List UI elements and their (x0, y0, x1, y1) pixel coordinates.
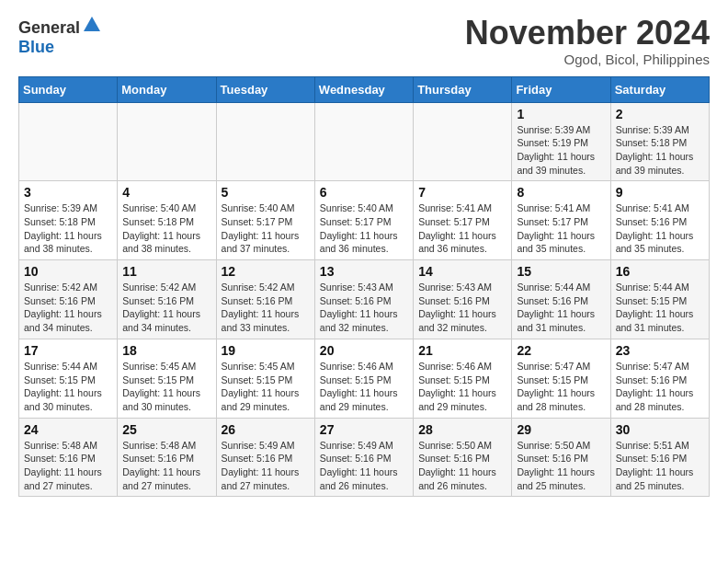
calendar-cell: 25 Sunrise: 5:48 AMSunset: 5:16 PMDaylig… (118, 418, 216, 497)
col-friday: Friday (512, 76, 610, 102)
calendar-cell: 19 Sunrise: 5:45 AMSunset: 5:15 PMDaylig… (216, 339, 314, 418)
calendar-cell: 11 Sunrise: 5:42 AMSunset: 5:16 PMDaylig… (118, 260, 216, 339)
day-info: Sunrise: 5:49 AMSunset: 5:16 PMDaylight:… (320, 440, 398, 491)
day-number: 17 (24, 343, 112, 358)
logo: General Blue (18, 18, 102, 56)
day-info: Sunrise: 5:40 AMSunset: 5:17 PMDaylight:… (222, 202, 300, 254)
day-info: Sunrise: 5:47 AMSunset: 5:15 PMDaylight:… (517, 361, 595, 412)
logo-icon (82, 15, 102, 39)
calendar-header-row: Sunday Monday Tuesday Wednesday Thursday… (19, 76, 710, 102)
day-number: 22 (517, 343, 605, 358)
col-thursday: Thursday (414, 76, 512, 102)
day-info: Sunrise: 5:44 AMSunset: 5:15 PMDaylight:… (616, 282, 694, 333)
day-info: Sunrise: 5:39 AMSunset: 5:19 PMDaylight:… (517, 124, 595, 176)
day-number: 19 (222, 343, 310, 358)
day-info: Sunrise: 5:45 AMSunset: 5:15 PMDaylight:… (222, 361, 300, 412)
calendar-cell: 2 Sunrise: 5:39 AMSunset: 5:18 PMDayligh… (610, 102, 709, 181)
calendar-week-1: 1 Sunrise: 5:39 AMSunset: 5:19 PMDayligh… (19, 102, 710, 181)
col-monday: Monday (118, 76, 216, 102)
day-info: Sunrise: 5:41 AMSunset: 5:17 PMDaylight:… (418, 202, 496, 254)
calendar-cell: 20 Sunrise: 5:46 AMSunset: 5:15 PMDaylig… (314, 339, 413, 418)
calendar: Sunday Monday Tuesday Wednesday Thursday… (18, 76, 710, 498)
day-number: 7 (418, 185, 506, 200)
day-number: 26 (222, 422, 310, 437)
calendar-cell (414, 102, 512, 181)
calendar-cell: 17 Sunrise: 5:44 AMSunset: 5:15 PMDaylig… (19, 339, 118, 418)
day-number: 27 (320, 422, 408, 437)
calendar-cell: 28 Sunrise: 5:50 AMSunset: 5:16 PMDaylig… (414, 418, 512, 497)
calendar-cell: 26 Sunrise: 5:49 AMSunset: 5:16 PMDaylig… (216, 418, 314, 497)
day-info: Sunrise: 5:47 AMSunset: 5:16 PMDaylight:… (616, 361, 694, 412)
day-number: 8 (517, 185, 605, 200)
day-number: 16 (616, 264, 704, 279)
month-title: November 2024 (465, 15, 710, 52)
calendar-cell: 27 Sunrise: 5:49 AMSunset: 5:16 PMDaylig… (314, 418, 413, 497)
calendar-cell: 18 Sunrise: 5:45 AMSunset: 5:15 PMDaylig… (118, 339, 216, 418)
day-number: 28 (418, 422, 506, 437)
day-number: 10 (24, 264, 112, 279)
day-info: Sunrise: 5:46 AMSunset: 5:15 PMDaylight:… (320, 361, 398, 412)
calendar-week-5: 24 Sunrise: 5:48 AMSunset: 5:16 PMDaylig… (19, 418, 710, 497)
calendar-cell (216, 102, 314, 181)
day-number: 14 (418, 264, 506, 279)
location-subtitle: Ogod, Bicol, Philippines (465, 52, 710, 67)
day-info: Sunrise: 5:50 AMSunset: 5:16 PMDaylight:… (517, 440, 595, 491)
day-number: 21 (418, 343, 506, 358)
day-info: Sunrise: 5:46 AMSunset: 5:15 PMDaylight:… (418, 361, 496, 412)
day-info: Sunrise: 5:41 AMSunset: 5:16 PMDaylight:… (616, 202, 694, 254)
calendar-cell: 7 Sunrise: 5:41 AMSunset: 5:17 PMDayligh… (414, 181, 512, 260)
calendar-cell: 24 Sunrise: 5:48 AMSunset: 5:16 PMDaylig… (19, 418, 118, 497)
calendar-cell (314, 102, 413, 181)
calendar-cell: 30 Sunrise: 5:51 AMSunset: 5:16 PMDaylig… (610, 418, 709, 497)
calendar-cell: 8 Sunrise: 5:41 AMSunset: 5:17 PMDayligh… (512, 181, 610, 260)
day-number: 1 (517, 107, 605, 121)
day-info: Sunrise: 5:41 AMSunset: 5:17 PMDaylight:… (517, 202, 595, 254)
calendar-cell: 21 Sunrise: 5:46 AMSunset: 5:15 PMDaylig… (414, 339, 512, 418)
calendar-cell: 15 Sunrise: 5:44 AMSunset: 5:16 PMDaylig… (512, 260, 610, 339)
page: General Blue November 2024 Ogod, Bicol, … (0, 0, 728, 511)
day-number: 30 (616, 422, 704, 437)
day-number: 6 (320, 185, 408, 200)
calendar-week-2: 3 Sunrise: 5:39 AMSunset: 5:18 PMDayligh… (19, 181, 710, 260)
day-number: 25 (122, 422, 210, 437)
day-info: Sunrise: 5:42 AMSunset: 5:16 PMDaylight:… (122, 282, 200, 333)
calendar-cell: 4 Sunrise: 5:40 AMSunset: 5:18 PMDayligh… (118, 181, 216, 260)
calendar-cell: 9 Sunrise: 5:41 AMSunset: 5:16 PMDayligh… (610, 181, 709, 260)
day-info: Sunrise: 5:50 AMSunset: 5:16 PMDaylight:… (418, 440, 496, 491)
day-number: 5 (222, 185, 310, 200)
day-info: Sunrise: 5:42 AMSunset: 5:16 PMDaylight:… (24, 282, 102, 333)
calendar-cell: 22 Sunrise: 5:47 AMSunset: 5:15 PMDaylig… (512, 339, 610, 418)
calendar-cell: 14 Sunrise: 5:43 AMSunset: 5:16 PMDaylig… (414, 260, 512, 339)
col-tuesday: Tuesday (216, 76, 314, 102)
calendar-cell: 29 Sunrise: 5:50 AMSunset: 5:16 PMDaylig… (512, 418, 610, 497)
calendar-cell: 10 Sunrise: 5:42 AMSunset: 5:16 PMDaylig… (19, 260, 118, 339)
calendar-cell (19, 102, 118, 181)
calendar-cell: 12 Sunrise: 5:42 AMSunset: 5:16 PMDaylig… (216, 260, 314, 339)
calendar-cell: 5 Sunrise: 5:40 AMSunset: 5:17 PMDayligh… (216, 181, 314, 260)
calendar-cell: 13 Sunrise: 5:43 AMSunset: 5:16 PMDaylig… (314, 260, 413, 339)
logo-blue: Blue (18, 39, 102, 57)
col-sunday: Sunday (19, 76, 118, 102)
day-info: Sunrise: 5:43 AMSunset: 5:16 PMDaylight:… (418, 282, 496, 333)
day-info: Sunrise: 5:39 AMSunset: 5:18 PMDaylight:… (616, 124, 694, 176)
calendar-week-4: 17 Sunrise: 5:44 AMSunset: 5:15 PMDaylig… (19, 339, 710, 418)
day-number: 13 (320, 264, 408, 279)
title-block: November 2024 Ogod, Bicol, Philippines (465, 15, 710, 67)
day-number: 29 (517, 422, 605, 437)
day-number: 9 (616, 185, 704, 200)
day-info: Sunrise: 5:44 AMSunset: 5:16 PMDaylight:… (517, 282, 595, 333)
day-info: Sunrise: 5:42 AMSunset: 5:16 PMDaylight:… (222, 282, 300, 333)
calendar-cell: 3 Sunrise: 5:39 AMSunset: 5:18 PMDayligh… (19, 181, 118, 260)
day-number: 15 (517, 264, 605, 279)
calendar-cell: 6 Sunrise: 5:40 AMSunset: 5:17 PMDayligh… (314, 181, 413, 260)
day-number: 18 (122, 343, 210, 358)
day-number: 3 (24, 185, 112, 200)
col-wednesday: Wednesday (314, 76, 413, 102)
calendar-cell: 23 Sunrise: 5:47 AMSunset: 5:16 PMDaylig… (610, 339, 709, 418)
logo-text: General Blue (18, 18, 102, 56)
calendar-cell: 1 Sunrise: 5:39 AMSunset: 5:19 PMDayligh… (512, 102, 610, 181)
day-number: 12 (222, 264, 310, 279)
day-info: Sunrise: 5:48 AMSunset: 5:16 PMDaylight:… (122, 440, 200, 491)
logo-general: General (18, 19, 80, 38)
day-info: Sunrise: 5:48 AMSunset: 5:16 PMDaylight:… (24, 440, 102, 491)
